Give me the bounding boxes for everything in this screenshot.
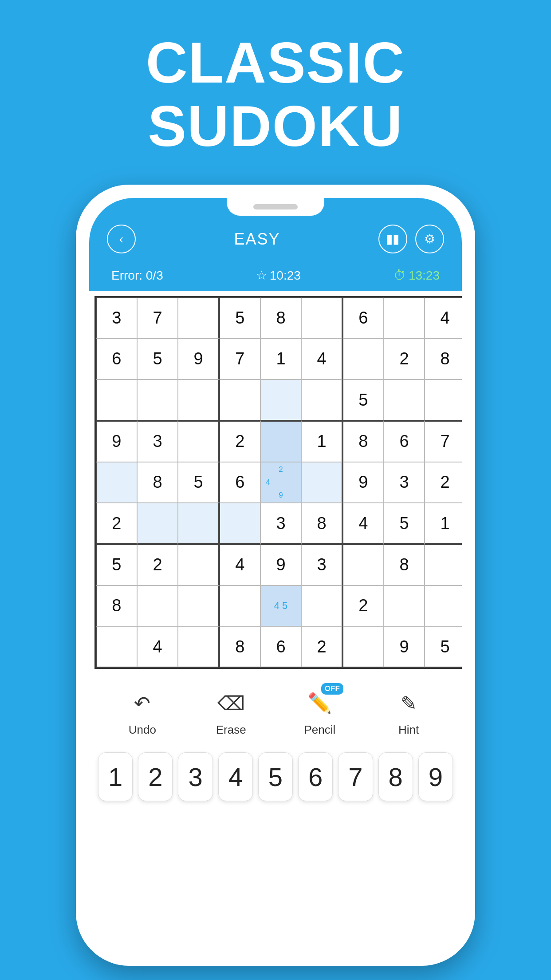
cell-3-5[interactable]: 1 (301, 421, 342, 462)
cell-8-6[interactable] (342, 626, 384, 668)
undo-button[interactable]: ↶ Undo (127, 688, 158, 737)
numpad-digit-8[interactable]: 8 (378, 752, 413, 801)
cell-2-0[interactable] (96, 379, 137, 421)
cell-8-3[interactable]: 8 (219, 626, 260, 668)
cell-7-2[interactable] (178, 585, 219, 627)
cell-2-5[interactable] (301, 379, 342, 421)
cell-4-8[interactable]: 2 (425, 462, 462, 503)
cell-7-4[interactable]: 4 5 (260, 585, 302, 627)
cell-5-1[interactable] (137, 503, 178, 544)
cell-7-8[interactable] (425, 585, 462, 627)
cell-6-1[interactable]: 2 (137, 544, 178, 585)
cell-5-2[interactable] (178, 503, 219, 544)
cell-7-7[interactable] (384, 585, 425, 627)
cell-1-5[interactable]: 4 (301, 339, 342, 380)
cell-0-2[interactable] (178, 297, 219, 339)
erase-icon: ⌫ (216, 688, 247, 719)
cell-6-8[interactable] (425, 544, 462, 585)
cell-7-6[interactable]: 2 (342, 585, 384, 627)
cell-2-7[interactable] (384, 379, 425, 421)
cell-1-2[interactable]: 9 (178, 339, 219, 380)
cell-6-2[interactable] (178, 544, 219, 585)
cell-0-6[interactable]: 6 (342, 297, 384, 339)
cell-1-8[interactable]: 8 (425, 339, 462, 380)
cell-6-6[interactable] (342, 544, 384, 585)
numpad-digit-9[interactable]: 9 (418, 752, 453, 801)
cell-2-6[interactable]: 5 (342, 379, 384, 421)
cell-5-7[interactable]: 5 (384, 503, 425, 544)
cell-1-0[interactable]: 6 (96, 339, 137, 380)
cell-5-4[interactable]: 3 (260, 503, 302, 544)
cell-3-7[interactable]: 6 (384, 421, 425, 462)
cell-4-7[interactable]: 3 (384, 462, 425, 503)
cell-0-5[interactable] (301, 297, 342, 339)
cell-0-7[interactable] (384, 297, 425, 339)
numpad-digit-2[interactable]: 2 (138, 752, 173, 801)
cell-1-3[interactable]: 7 (219, 339, 260, 380)
cell-6-0[interactable]: 5 (96, 544, 137, 585)
pencil-button[interactable]: ✏️ OFF Pencil (304, 688, 335, 737)
erase-button[interactable]: ⌫ Erase (216, 688, 247, 737)
cell-6-5[interactable]: 3 (301, 544, 342, 585)
cell-8-4[interactable]: 6 (260, 626, 302, 668)
pause-button[interactable]: ▮▮ (378, 225, 407, 253)
cell-0-0[interactable]: 3 (96, 297, 137, 339)
cell-8-7[interactable]: 9 (384, 626, 425, 668)
cell-6-7[interactable]: 8 (384, 544, 425, 585)
cell-7-0[interactable]: 8 (96, 585, 137, 627)
cell-8-0[interactable] (96, 626, 137, 668)
cell-0-3[interactable]: 5 (219, 297, 260, 339)
numpad-digit-6[interactable]: 6 (298, 752, 333, 801)
cell-8-1[interactable]: 4 (137, 626, 178, 668)
numpad-digit-1[interactable]: 1 (98, 752, 133, 801)
numpad-digit-3[interactable]: 3 (178, 752, 213, 801)
cell-5-0[interactable]: 2 (96, 503, 137, 544)
cell-0-4[interactable]: 8 (260, 297, 302, 339)
cell-8-5[interactable]: 2 (301, 626, 342, 668)
cell-8-2[interactable] (178, 626, 219, 668)
cell-3-0[interactable]: 9 (96, 421, 137, 462)
cell-4-4[interactable]: 249 (260, 462, 302, 503)
cell-7-3[interactable] (219, 585, 260, 627)
cell-3-1[interactable]: 3 (137, 421, 178, 462)
cell-4-2[interactable]: 5 (178, 462, 219, 503)
settings-button[interactable]: ⚙ (415, 225, 444, 253)
back-button[interactable]: ‹ (107, 225, 136, 253)
cell-1-1[interactable]: 5 (137, 339, 178, 380)
cell-1-4[interactable]: 1 (260, 339, 302, 380)
numpad-digit-5[interactable]: 5 (258, 752, 293, 801)
cell-4-5[interactable] (301, 462, 342, 503)
cell-3-8[interactable]: 7 (425, 421, 462, 462)
hint-button[interactable]: ✎ Hint (393, 688, 424, 737)
cell-4-0[interactable] (96, 462, 137, 503)
cell-8-8[interactable]: 5 (425, 626, 462, 668)
sudoku-grid[interactable]: 3758646597142859321867856249932238451524… (94, 296, 462, 669)
cell-0-8[interactable]: 4 (425, 297, 462, 339)
numpad-digit-7[interactable]: 7 (338, 752, 373, 801)
cell-1-6[interactable] (342, 339, 384, 380)
cell-5-3[interactable] (219, 503, 260, 544)
cell-2-2[interactable] (178, 379, 219, 421)
cell-4-1[interactable]: 8 (137, 462, 178, 503)
cell-3-3[interactable]: 2 (219, 421, 260, 462)
current-time-stat: ⏱ 13:23 (394, 268, 440, 283)
cell-3-6[interactable]: 8 (342, 421, 384, 462)
cell-6-3[interactable]: 4 (219, 544, 260, 585)
cell-5-6[interactable]: 4 (342, 503, 384, 544)
cell-3-2[interactable] (178, 421, 219, 462)
cell-0-1[interactable]: 7 (137, 297, 178, 339)
cell-6-4[interactable]: 9 (260, 544, 302, 585)
cell-2-1[interactable] (137, 379, 178, 421)
cell-1-7[interactable]: 2 (384, 339, 425, 380)
cell-3-4[interactable] (260, 421, 302, 462)
cell-5-8[interactable]: 1 (425, 503, 462, 544)
cell-7-5[interactable] (301, 585, 342, 627)
numpad-digit-4[interactable]: 4 (218, 752, 253, 801)
cell-2-8[interactable] (425, 379, 462, 421)
cell-4-6[interactable]: 9 (342, 462, 384, 503)
cell-2-3[interactable] (219, 379, 260, 421)
cell-5-5[interactable]: 8 (301, 503, 342, 544)
cell-2-4[interactable] (260, 379, 302, 421)
cell-4-3[interactable]: 6 (219, 462, 260, 503)
cell-7-1[interactable] (137, 585, 178, 627)
